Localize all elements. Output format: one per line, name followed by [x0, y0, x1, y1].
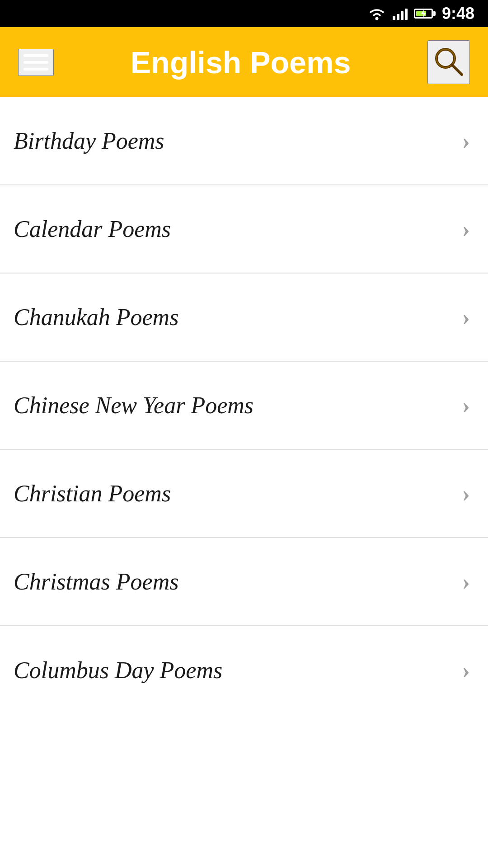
poem-item-label: Chanukah Poems [14, 304, 178, 330]
menu-button[interactable] [18, 49, 54, 76]
list-item[interactable]: Calendar Poems › [0, 185, 488, 274]
poem-item-label: Calendar Poems [14, 216, 171, 242]
list-item[interactable]: Christian Poems › [0, 450, 488, 538]
list-item[interactable]: Christmas Poems › [0, 538, 488, 626]
chevron-right-icon: › [462, 392, 470, 419]
signal-bars-icon [393, 7, 408, 20]
chevron-right-icon: › [462, 216, 470, 242]
list-item[interactable]: Chinese New Year Poems › [0, 362, 488, 450]
status-icons: 9:48 [367, 4, 474, 23]
poem-item-label: Christian Poems [14, 480, 171, 507]
status-bar: 9:48 [0, 0, 488, 27]
list-item[interactable]: Birthday Poems › [0, 97, 488, 185]
page-title: English Poems [54, 45, 427, 80]
hamburger-line-1 [23, 54, 48, 57]
poem-item-label: Christmas Poems [14, 568, 178, 595]
search-button[interactable] [427, 40, 470, 84]
chevron-right-icon: › [462, 127, 470, 154]
poem-item-label: Columbus Day Poems [14, 657, 222, 684]
hamburger-line-2 [23, 61, 48, 64]
chevron-right-icon: › [462, 568, 470, 595]
app-header: English Poems [0, 27, 488, 97]
list-item[interactable]: Columbus Day Poems › [0, 626, 488, 714]
poem-item-label: Chinese New Year Poems [14, 392, 253, 419]
wifi-icon [367, 6, 386, 21]
poem-list: Birthday Poems › Calendar Poems › Chanuk… [0, 97, 488, 714]
svg-line-3 [452, 65, 462, 75]
battery-icon [414, 9, 436, 19]
status-time: 9:48 [442, 4, 474, 23]
chevron-right-icon: › [462, 657, 470, 684]
chevron-right-icon: › [462, 304, 470, 330]
chevron-right-icon: › [462, 480, 470, 507]
list-item[interactable]: Chanukah Poems › [0, 274, 488, 362]
svg-point-0 [375, 17, 378, 20]
search-icon [433, 46, 465, 77]
hamburger-line-3 [23, 68, 48, 71]
poem-item-label: Birthday Poems [14, 127, 164, 154]
